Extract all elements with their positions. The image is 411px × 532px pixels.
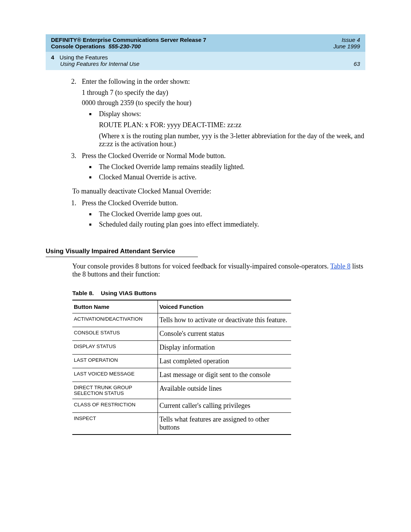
page-header: DEFINITY® Enterprise Communications Serv… — [46, 34, 365, 70]
table-caption: Table 8. Using VIAS Buttons — [72, 290, 365, 297]
step-2-line-b: 0000 through 2359 (to specify the hour) — [82, 99, 365, 107]
step-2: 2. Enter the following in the order show… — [82, 78, 365, 148]
doc-subtitle: Console Operations — [51, 43, 105, 50]
page-content: 2. Enter the following in the order show… — [46, 70, 365, 435]
chapter-number: 4 — [51, 54, 54, 61]
table-row: DIRECT TRUNK GROUP SELECTION STATUSAvail… — [72, 382, 291, 399]
doc-title: DEFINITY® Enterprise Communications Serv… — [51, 37, 206, 43]
route-plan-line: ROUTE PLAN: x FOR: yyyy DEACT-TIME: zz:z… — [99, 121, 365, 129]
page-number: 63 — [354, 61, 360, 67]
step-marker: 3. — [71, 152, 76, 160]
table-row: CLASS OF RESTRICTIONCurrent caller's cal… — [72, 399, 291, 413]
section-heading: Using Visually Impaired Attendant Servic… — [46, 248, 198, 257]
step-2-line-a: 1 through 7 (to specify the day) — [82, 89, 365, 97]
chapter-title: Using the Features — [60, 54, 108, 61]
section-path: Using Features for Internal Use — [60, 61, 139, 67]
step-3: 3. Press the Clocked Override or Normal … — [82, 152, 365, 181]
doc-number: 555-230-700 — [107, 43, 141, 50]
col-button-name: Button Name — [72, 300, 158, 313]
step-marker: 1. — [71, 199, 76, 207]
table-row: ACTIVATION/DEACTIVATIONTells how to acti… — [72, 313, 291, 327]
issue-label: Issue 4 — [342, 37, 360, 43]
col-voiced-function: Voiced Function — [158, 300, 292, 313]
document-page: DEFINITY® Enterprise Communications Serv… — [0, 0, 411, 458]
step-2-text: Enter the following in the order shown: — [82, 78, 190, 85]
step-3-text: Press the Clocked Override or Normal Mod… — [82, 152, 226, 160]
vias-table: Button Name Voiced Function ACTIVATION/D… — [72, 300, 291, 435]
table-row: LAST OPERATIONLast completed operation — [72, 355, 291, 368]
deact-bullet-1: The Clocked Override lamp goes out. — [99, 210, 365, 218]
route-plan-explain: (Where x is the routing plan number, yyy… — [99, 132, 365, 148]
step-3-bullet-2: Clocked Manual Override is active. — [99, 173, 365, 181]
step-marker: 2. — [71, 78, 76, 86]
table-row: CONSOLE STATUSConsole's current status — [72, 327, 291, 341]
deact-bullet-2: Scheduled daily routing plan goes into e… — [99, 220, 365, 228]
issue-date: June 1999 — [333, 43, 360, 50]
table-row: LAST VOICED MESSAGELast message or digit… — [72, 368, 291, 382]
vias-table-body: ACTIVATION/DEACTIVATIONTells how to acti… — [72, 313, 291, 435]
numbered-list-deact: 1. Press the Clocked Override button. Th… — [46, 199, 365, 228]
header-band-top: DEFINITY® Enterprise Communications Serv… — [46, 34, 365, 52]
step-3-bullet-1: The Clocked Override lamp remains steadi… — [99, 163, 365, 171]
header-band-bottom: 4 Using the Features Using Features for … — [46, 52, 365, 70]
section-paragraph: Your console provides 8 buttons for voic… — [72, 262, 365, 278]
table-row: DISPLAY STATUSDisplay information — [72, 341, 291, 355]
table-8-link[interactable]: Table 8 — [330, 262, 350, 270]
table-row: INSPECTTells what features are assigned … — [72, 413, 291, 435]
deactivate-intro: To manually deactivate Clocked Manual Ov… — [72, 187, 365, 195]
deact-step-1-text: Press the Clocked Override button. — [82, 199, 178, 207]
numbered-list: 2. Enter the following in the order show… — [46, 78, 365, 181]
section-heading-wrap: Using Visually Impaired Attendant Servic… — [46, 232, 365, 257]
table-8-wrap: Table 8. Using VIAS Buttons Button Name … — [72, 290, 365, 435]
step-2-bullet: Display shows: ROUTE PLAN: x FOR: yyyy D… — [99, 110, 365, 148]
deact-step-1: 1. Press the Clocked Override button. Th… — [82, 199, 365, 228]
